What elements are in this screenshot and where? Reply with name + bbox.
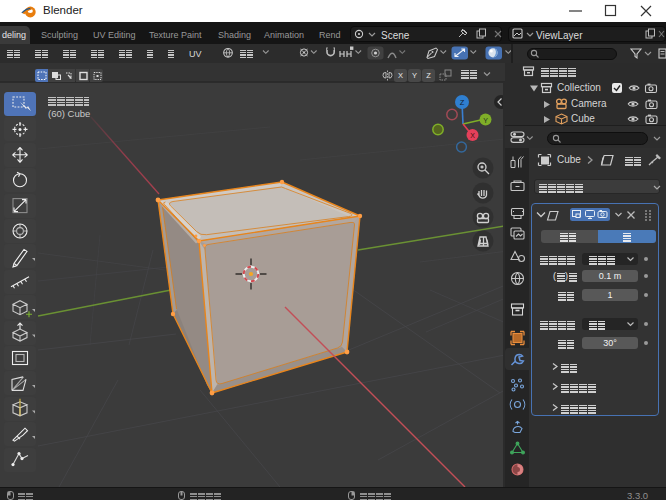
svg-text:X: X xyxy=(470,132,475,139)
svg-text:Z: Z xyxy=(460,98,465,107)
svg-text:Y: Y xyxy=(483,117,488,124)
